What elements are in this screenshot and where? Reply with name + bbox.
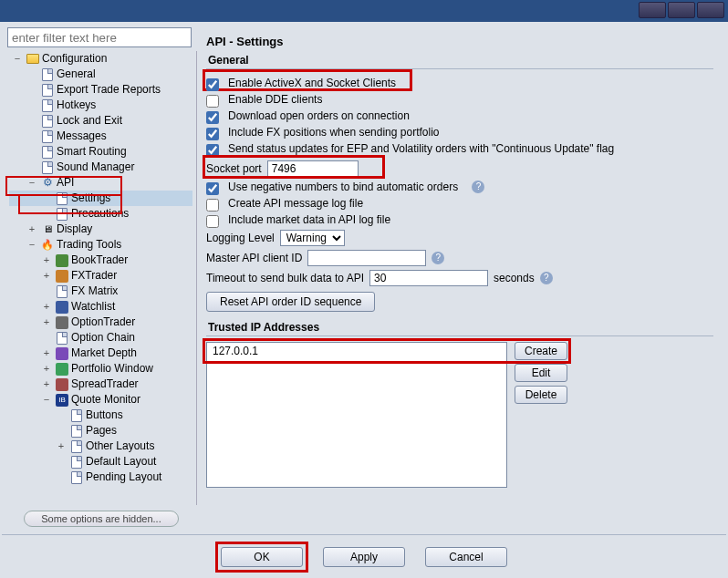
tree-label: BookTrader: [71, 253, 128, 268]
tree-item-booktrader[interactable]: +BookTrader: [9, 253, 192, 268]
tree-item-export-trade-reports[interactable]: Export Trade Reports: [9, 82, 192, 98]
tree-item-display[interactable]: +🖥Display: [9, 222, 192, 237]
tree-label: Lock and Exit: [57, 113, 122, 129]
tree-item-other-layouts[interactable]: +Other Layouts: [9, 439, 192, 454]
tree-label: SpreadTrader: [71, 377, 139, 392]
checkbox-efp[interactable]: [206, 144, 219, 157]
tree-item-messages[interactable]: Messages: [9, 129, 192, 144]
dialog-footer: OK Apply Cancel: [2, 534, 726, 578]
checkbox-download[interactable]: [206, 111, 219, 124]
group-general-label: General: [206, 50, 713, 67]
tree-item-pending-layout[interactable]: Pending Layout: [9, 470, 192, 485]
checkbox-dde[interactable]: [206, 95, 219, 108]
checkbox-mktlog[interactable]: [206, 215, 219, 228]
tree-item-optiontrader[interactable]: +OptionTrader: [9, 315, 192, 330]
tree-item-watchlist[interactable]: +Watchlist: [9, 299, 192, 315]
master-id-label: Master API client ID: [206, 252, 302, 264]
label-download[interactable]: Download open orders on connection: [228, 109, 410, 122]
label-neg[interactable]: Use negative numbers to bind automatic o…: [228, 181, 458, 193]
tree-label: Market Depth: [71, 346, 137, 361]
delete-button[interactable]: Delete: [515, 386, 567, 404]
logging-level-label: Logging Level: [206, 232, 275, 244]
timeout-unit: seconds: [494, 272, 535, 284]
trusted-ip-label: Trusted IP Addresses: [206, 314, 713, 334]
tree-label: Buttons: [86, 408, 123, 423]
tree-item-fxtrader[interactable]: +FXTrader: [9, 268, 192, 284]
help-icon[interactable]: ?: [540, 272, 553, 284]
tree-label: Pages: [86, 423, 117, 439]
timeout-label: Timeout to send bulk data to API: [206, 272, 364, 284]
tree-item-trading-tools[interactable]: −🔥Trading Tools: [9, 237, 192, 253]
filter-input[interactable]: [7, 27, 192, 47]
socket-port-label: Socket port: [206, 162, 262, 175]
label-mktlog[interactable]: Include market data in API log file: [228, 213, 390, 226]
tree-label: Export Trade Reports: [57, 82, 161, 98]
logging-level-select[interactable]: Warning: [280, 230, 345, 246]
edit-button[interactable]: Edit: [515, 364, 567, 382]
tree-label: Option Chain: [71, 330, 135, 346]
tree-item-spreadtrader[interactable]: +SpreadTrader: [9, 377, 192, 392]
max-button[interactable]: [668, 2, 695, 18]
tree-item-hotkeys[interactable]: Hotkeys: [9, 98, 192, 113]
tree-label: Messages: [57, 129, 107, 144]
help-icon[interactable]: ?: [472, 181, 484, 193]
tree-label: Watchlist: [71, 299, 115, 315]
tree-item-api[interactable]: −⚙API: [9, 175, 192, 191]
tree-item-buttons[interactable]: Buttons: [9, 408, 192, 423]
close-button[interactable]: [697, 2, 724, 18]
create-button[interactable]: Create: [515, 342, 567, 360]
apply-button[interactable]: Apply: [323, 547, 405, 567]
help-icon[interactable]: ?: [432, 252, 444, 264]
tree-label: Hotkeys: [57, 98, 96, 113]
tree-item-general[interactable]: General: [9, 67, 192, 82]
tree-item-precautions[interactable]: Precautions: [9, 206, 192, 222]
tree-item-lock-and-exit[interactable]: Lock and Exit: [9, 113, 192, 129]
tree-label: Other Layouts: [86, 439, 154, 454]
label-activex[interactable]: Enable ActiveX and Socket Clients: [228, 77, 396, 89]
checkbox-msglog[interactable]: [206, 199, 219, 212]
tree-label: OptionTrader: [71, 315, 135, 330]
hidden-options-pill[interactable]: Some options are hidden...: [24, 511, 179, 527]
api-icon: ⚙: [41, 177, 54, 190]
min-button[interactable]: [639, 2, 666, 18]
label-msglog[interactable]: Create API message log file: [228, 197, 363, 210]
list-item[interactable]: 127.0.0.1: [207, 343, 506, 359]
ok-button[interactable]: OK: [221, 547, 303, 567]
tree-label: Settings: [71, 191, 110, 206]
tree-item-market-depth[interactable]: +Market Depth: [9, 346, 192, 361]
tree-label: Trading Tools: [57, 237, 121, 253]
tree-item-pages[interactable]: Pages: [9, 423, 192, 439]
label-dde[interactable]: Enable DDE clients: [228, 93, 322, 106]
timeout-input[interactable]: [369, 270, 488, 286]
label-fx[interactable]: Include FX positions when sending portfo…: [228, 126, 439, 139]
tree-label: Pending Layout: [86, 470, 161, 485]
tree-label: Sound Manager: [57, 160, 134, 175]
tree-item-portfolio-window[interactable]: +Portfolio Window: [9, 361, 192, 377]
tree-label: FX Matrix: [71, 284, 118, 299]
tree-item-smart-routing[interactable]: Smart Routing: [9, 144, 192, 160]
tree-item-settings[interactable]: Settings: [9, 191, 192, 206]
tree-label: Smart Routing: [57, 144, 127, 160]
window-titlebar: [0, 0, 728, 22]
checkbox-activex[interactable]: [206, 78, 219, 91]
tree-item-quote-monitor[interactable]: −IBQuote Monitor: [9, 392, 192, 408]
tree-label: FXTrader: [71, 268, 117, 284]
reset-order-id-button[interactable]: Reset API order ID sequence: [206, 292, 375, 312]
tree-item-option-chain[interactable]: Option Chain: [9, 330, 192, 346]
cancel-button[interactable]: Cancel: [425, 547, 507, 567]
tree-root[interactable]: −Configuration: [9, 51, 192, 67]
tree-item-fx-matrix[interactable]: FX Matrix: [9, 284, 192, 299]
page-title: API - Settings: [206, 31, 713, 50]
checkbox-neg[interactable]: [206, 182, 219, 195]
master-id-input[interactable]: [307, 250, 426, 266]
tree-label: Portfolio Window: [71, 361, 153, 377]
trusted-ip-list[interactable]: 127.0.0.1: [206, 342, 507, 488]
label-efp[interactable]: Send status updates for EFP and Volatili…: [228, 142, 614, 155]
tree-label: Precautions: [71, 206, 129, 222]
socket-port-input[interactable]: [267, 160, 359, 177]
checkbox-fx[interactable]: [206, 128, 219, 140]
sidebar: −ConfigurationGeneralExport Trade Report…: [5, 26, 197, 531]
tree-item-sound-manager[interactable]: Sound Manager: [9, 160, 192, 175]
tree-label: API: [57, 175, 74, 191]
tree-item-default-layout[interactable]: Default Layout: [9, 454, 192, 470]
